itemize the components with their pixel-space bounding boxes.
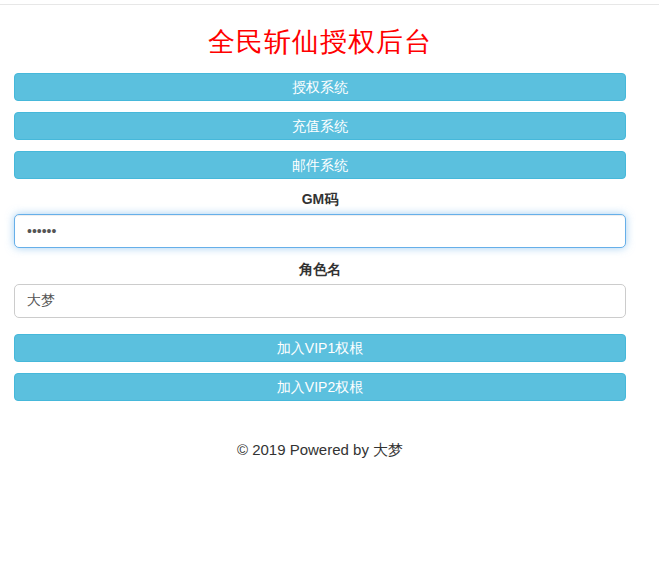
role-name-input[interactable] xyxy=(14,284,626,318)
top-divider xyxy=(0,4,659,5)
nav-button-recharge-system[interactable]: 充值系统 xyxy=(14,112,626,140)
gm-code-input[interactable] xyxy=(14,214,626,248)
gm-code-group: GM码 xyxy=(14,190,626,248)
join-vip2-button[interactable]: 加入VIP2权根 xyxy=(14,373,626,401)
join-vip1-button[interactable]: 加入VIP1权根 xyxy=(14,334,626,362)
nav-button-auth-system[interactable]: 授权系统 xyxy=(14,73,626,101)
page-title: 全民斩仙授权后台 xyxy=(14,24,626,60)
role-name-group: 角色名 xyxy=(14,260,626,318)
vip-actions: 加入VIP1权根 加入VIP2权根 xyxy=(14,334,626,401)
nav-button-mail-system[interactable]: 邮件系统 xyxy=(14,151,626,179)
gm-code-label: GM码 xyxy=(14,190,626,208)
role-name-label: 角色名 xyxy=(14,260,626,278)
footer-text: © 2019 Powered by 大梦 xyxy=(14,441,626,460)
main-container: 全民斩仙授权后台 授权系统 充值系统 邮件系统 GM码 角色名 加入VIP1权根… xyxy=(14,24,626,460)
